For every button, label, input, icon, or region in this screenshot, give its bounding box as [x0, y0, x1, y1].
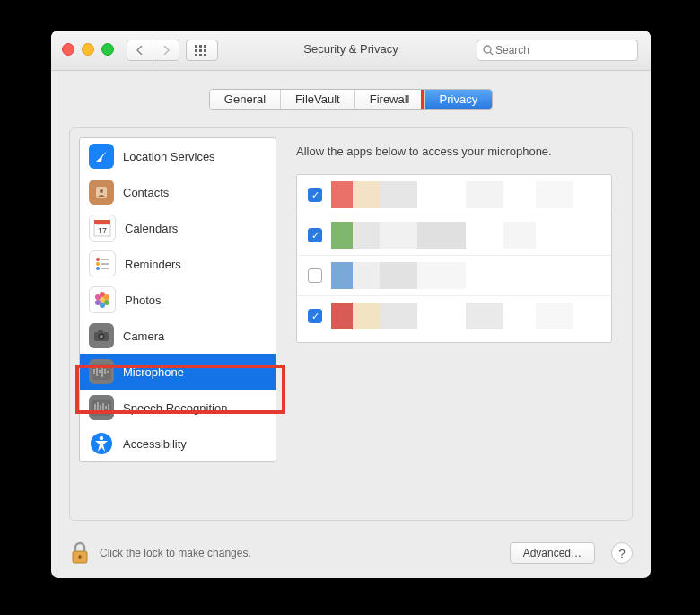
tab-bar: General FileVault Firewall Privacy: [51, 89, 651, 110]
svg-rect-1: [199, 45, 202, 48]
forward-button[interactable]: [153, 40, 179, 60]
app-row: [297, 215, 611, 256]
svg-point-23: [100, 292, 105, 297]
detail-pane: Allow the apps below to access your micr…: [276, 128, 632, 520]
help-button[interactable]: ?: [611, 542, 633, 564]
chevron-left-icon: [136, 46, 144, 55]
svg-rect-2: [204, 45, 206, 48]
svg-point-28: [95, 294, 101, 300]
show-all-button[interactable]: [186, 40, 218, 61]
microphone-icon: [89, 359, 114, 384]
tab-filevault[interactable]: FileVault: [281, 90, 355, 109]
back-button[interactable]: [127, 40, 153, 60]
svg-rect-3: [195, 49, 197, 52]
location-icon: [89, 144, 114, 169]
advanced-button[interactable]: Advanced…: [510, 542, 595, 564]
zoom-window-button[interactable]: [101, 43, 114, 56]
app-row: [297, 296, 611, 336]
sidebar-item-label: Photos: [125, 294, 161, 307]
svg-rect-51: [79, 555, 82, 559]
svg-rect-30: [98, 330, 103, 333]
svg-line-10: [490, 52, 493, 55]
privacy-panel: Location Services Contacts 17 Calendars: [69, 127, 633, 521]
app-name-redacted: [331, 222, 600, 249]
accessibility-icon: [89, 431, 114, 456]
app-name-redacted: [331, 181, 600, 208]
svg-rect-6: [195, 54, 197, 56]
sidebar-item-photos[interactable]: Photos: [80, 282, 276, 318]
svg-rect-0: [195, 45, 197, 48]
svg-point-27: [95, 300, 101, 305]
svg-rect-5: [204, 49, 206, 52]
contacts-icon: [89, 180, 114, 205]
app-checkbox[interactable]: [308, 268, 322, 283]
svg-point-18: [96, 262, 100, 266]
detail-description: Allow the apps below to access your micr…: [296, 145, 612, 158]
tab-general[interactable]: General: [210, 90, 281, 109]
lock-text: Click the lock to make changes.: [100, 547, 251, 559]
app-row: [297, 175, 611, 215]
help-icon: ?: [618, 547, 625, 560]
svg-point-24: [104, 294, 109, 300]
svg-point-20: [96, 267, 100, 270]
footer: Click the lock to make changes. Advanced…: [51, 528, 651, 578]
svg-rect-4: [199, 49, 202, 52]
sidebar-item-reminders[interactable]: Reminders: [80, 246, 276, 282]
sidebar-item-label: Calendars: [125, 222, 178, 235]
reminders-icon: [89, 250, 116, 277]
svg-point-49: [100, 436, 103, 440]
svg-point-25: [104, 300, 109, 305]
sidebar-item-label: Camera: [123, 329, 164, 343]
app-list: [296, 174, 612, 343]
app-row: [297, 256, 611, 296]
app-name-redacted: [331, 303, 600, 329]
app-checkbox[interactable]: [308, 309, 322, 323]
lock-icon: [69, 540, 91, 566]
sidebar-item-speech[interactable]: Speech Recognition: [80, 390, 276, 426]
svg-point-32: [100, 335, 103, 338]
highlight-privacy-tab: Privacy: [421, 89, 494, 110]
svg-rect-8: [204, 54, 206, 56]
camera-icon: [89, 323, 114, 348]
grid-icon: [195, 45, 209, 56]
app-name-redacted: [331, 262, 600, 289]
sidebar-item-label: Microphone: [123, 365, 184, 379]
sidebar-item-camera[interactable]: Camera: [80, 318, 276, 354]
speech-icon: [89, 395, 114, 420]
preferences-window: Security & Privacy General FileVault Fir…: [51, 31, 651, 578]
svg-point-16: [96, 258, 100, 261]
sidebar-item-label: Location Services: [123, 150, 215, 163]
tab-firewall[interactable]: Firewall: [355, 90, 425, 109]
minimize-window-button[interactable]: [82, 43, 94, 56]
sidebar-item-label: Speech Recognition: [123, 401, 227, 415]
svg-text:17: 17: [98, 226, 107, 235]
app-checkbox[interactable]: [308, 188, 322, 202]
sidebar-item-location[interactable]: Location Services: [80, 138, 276, 174]
titlebar: Security & Privacy: [51, 31, 651, 71]
sidebar-item-calendars[interactable]: 17 Calendars: [80, 210, 276, 246]
app-checkbox[interactable]: [308, 228, 322, 242]
photos-icon: [89, 286, 116, 313]
chevron-right-icon: [162, 46, 170, 55]
calendar-icon: 17: [89, 215, 116, 242]
svg-point-26: [100, 303, 105, 308]
search-field[interactable]: [477, 40, 638, 61]
privacy-category-list: Location Services Contacts 17 Calendars: [79, 137, 276, 462]
svg-rect-13: [94, 220, 110, 224]
svg-rect-7: [199, 54, 202, 56]
svg-point-12: [100, 189, 103, 193]
window-controls: [62, 43, 114, 56]
nav-back-forward: [127, 40, 179, 61]
tab-privacy[interactable]: Privacy: [425, 90, 493, 109]
search-input[interactable]: [494, 43, 632, 57]
lock-button[interactable]: [69, 540, 91, 566]
sidebar-item-label: Accessibility: [123, 437, 187, 451]
sidebar-item-microphone[interactable]: Microphone: [80, 354, 276, 390]
sidebar-item-label: Contacts: [123, 186, 169, 199]
search-icon: [483, 45, 494, 56]
svg-point-9: [484, 46, 491, 53]
sidebar-item-contacts[interactable]: Contacts: [80, 174, 276, 210]
close-window-button[interactable]: [62, 43, 74, 56]
sidebar-item-label: Reminders: [125, 258, 181, 271]
sidebar-item-accessibility[interactable]: Accessibility: [80, 426, 276, 461]
